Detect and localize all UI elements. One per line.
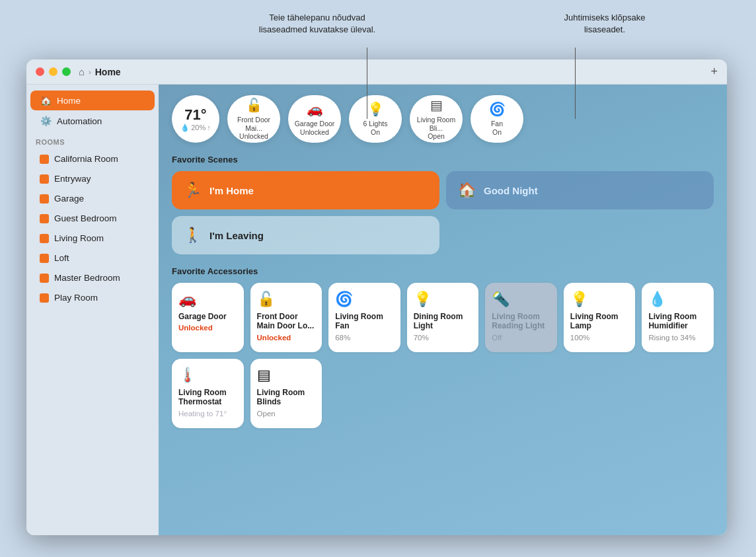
room-color-icon [40, 234, 49, 243]
maximize-button[interactable] [62, 67, 71, 76]
room-color-icon [40, 274, 49, 283]
lr-lamp-name: Living Room Lamp [570, 312, 629, 331]
annotation-2: Juhtimiseks klõpsakelisaseadet. [529, 12, 681, 36]
garage-door-status: Unlocked [178, 324, 237, 332]
acc-front-door[interactable]: 🔓 Front Door Main Door Lo... Unlocked [250, 283, 322, 352]
sidebar-item-garage[interactable]: Garage [30, 189, 155, 208]
lights-status-tile[interactable]: 💡 6 LightsOn [349, 95, 402, 143]
acc-dining-light[interactable]: 💡 Dining Room Light 70% [407, 283, 479, 352]
lr-reading-status: Off [492, 334, 550, 342]
temp-humidity-tile[interactable]: 71° 💧 20% ↑ [172, 95, 219, 143]
accessories-row-1: 🚗 Garage Door Unlocked 🔓 Front Door Main… [172, 283, 714, 352]
sidebar: 🏠 Home ⚙️ Automation Rooms California Ro… [26, 85, 159, 535]
sidebar-item-masterbedroom[interactable]: Master Bedroom [30, 268, 155, 287]
temperature-value: 71° [184, 106, 206, 124]
scene-im-home[interactable]: 🏃 I'm Home [172, 171, 439, 209]
sidebar-item-home[interactable]: 🏠 Home [30, 91, 155, 110]
frontdoor-lock-icon: 🔓 [246, 97, 262, 113]
sidebar-item-automation-label: Automation [57, 116, 102, 126]
sidebar-room-masterbedroom-label: Master Bedroom [54, 273, 120, 283]
front-door-status: Unlocked [257, 334, 316, 342]
fan-status-tile[interactable]: 🌀 FanOn [471, 95, 523, 143]
blinds-icon: ▤ [430, 97, 443, 113]
dining-light-status: 70% [414, 334, 472, 342]
dining-light-name: Dining Room Light [414, 312, 472, 331]
garagedoor-status-label: Garage DoorUnlocked [295, 120, 335, 136]
dining-light-icon: 💡 [414, 291, 472, 308]
close-button[interactable] [36, 67, 44, 76]
lr-lamp-icon: 💡 [570, 291, 629, 308]
favorite-scenes-label: Favorite Scenes [172, 155, 714, 165]
garage-door-name: Garage Door [178, 312, 237, 321]
home-nav-icon[interactable]: ⌂ [79, 66, 85, 77]
title-bar-nav: ⌂ › Home [79, 66, 710, 77]
acc-empty-1 [328, 359, 400, 428]
fan-status-label: FanOn [491, 120, 503, 136]
im-leaving-icon: 🚶 [184, 227, 202, 244]
lr-blinds-status: Open [257, 410, 316, 418]
scene-im-leaving[interactable]: 🚶 I'm Leaving [172, 216, 439, 254]
humidity-value: 💧 20% ↑ [180, 124, 211, 132]
frontdoor-status-label: Front Door Mai...Unlocked [231, 116, 276, 141]
im-home-icon: 🏃 [184, 182, 202, 199]
blinds-status-tile[interactable]: ▤ Living Room Bli...Open [410, 95, 463, 143]
lights-status-label: 6 LightsOn [363, 120, 388, 136]
minimize-button[interactable] [49, 67, 57, 76]
scene-good-night[interactable]: 🏠 Good Night [446, 171, 714, 209]
living-fan-status: 68% [335, 334, 394, 342]
lr-humidifier-status: Rising to 34% [648, 334, 707, 342]
living-fan-name: Living Room Fan [335, 312, 394, 331]
sidebar-item-livingroom[interactable]: Living Room [30, 229, 155, 248]
frontdoor-status-tile[interactable]: 🔓 Front Door Mai...Unlocked [227, 95, 280, 143]
breadcrumb-chevron-icon: › [89, 68, 91, 76]
accessories-row-2: 🌡️ Living Room Thermostat Heating to 71°… [172, 359, 714, 428]
lr-blinds-name: Living Room Blinds [257, 388, 316, 407]
im-leaving-label: I'm Leaving [209, 230, 264, 241]
mac-window: ⌂ › Home + 🏠 Home ⚙️ Automation Rooms Ca… [26, 59, 727, 535]
lr-reading-icon: 🔦 [492, 291, 550, 308]
garagedoor-icon: 🚗 [307, 101, 323, 117]
acc-living-fan[interactable]: 🌀 Living Room Fan 68% [328, 283, 400, 352]
sidebar-item-playroom[interactable]: Play Room [30, 288, 155, 307]
acc-lr-reading[interactable]: 🔦 Living Room Reading Light Off [485, 283, 557, 352]
sidebar-room-california-label: California Room [54, 154, 118, 164]
lr-humidifier-icon: 💧 [648, 291, 707, 308]
acc-lr-blinds[interactable]: ▤ Living Room Blinds Open [250, 359, 322, 428]
acc-lr-humidifier[interactable]: 💧 Living Room Humidifier Rising to 34% [642, 283, 714, 352]
sidebar-room-garage-label: Garage [54, 194, 84, 204]
room-color-icon [40, 155, 49, 164]
sidebar-room-loft-label: Loft [54, 253, 69, 263]
garagedoor-status-tile[interactable]: 🚗 Garage DoorUnlocked [288, 95, 341, 143]
lr-lamp-status: 100% [570, 334, 629, 342]
garage-door-icon: 🚗 [178, 291, 237, 308]
sidebar-item-automation[interactable]: ⚙️ Automation [30, 111, 155, 131]
room-color-icon [40, 293, 49, 303]
living-fan-icon: 🌀 [335, 291, 394, 308]
acc-garage-door[interactable]: 🚗 Garage Door Unlocked [172, 283, 244, 352]
add-button[interactable]: + [710, 65, 718, 79]
rooms-section-label: Rooms [26, 131, 159, 149]
room-color-icon [40, 174, 49, 184]
lr-blinds-icon: ▤ [257, 367, 316, 384]
im-home-label: I'm Home [209, 185, 254, 196]
lr-reading-name: Living Room Reading Light [492, 312, 550, 331]
sidebar-item-california[interactable]: California Room [30, 149, 155, 168]
sidebar-item-guestbedroom[interactable]: Guest Bedroom [30, 209, 155, 228]
lr-thermostat-icon: 🌡️ [178, 367, 237, 384]
acc-lr-lamp[interactable]: 💡 Living Room Lamp 100% [564, 283, 636, 352]
acc-empty-5 [642, 359, 714, 428]
acc-lr-thermostat[interactable]: 🌡️ Living Room Thermostat Heating to 71° [172, 359, 244, 428]
title-bar: ⌂ › Home + [26, 59, 727, 85]
page-title: Home [95, 67, 121, 77]
main-content: 🏠 Home ⚙️ Automation Rooms California Ro… [26, 85, 727, 535]
status-row: 71° 💧 20% ↑ 🔓 Front Door Mai...Unlocked … [172, 95, 714, 143]
favorite-accessories-label: Favorite Accessories [172, 266, 714, 276]
fan-icon: 🌀 [489, 101, 506, 117]
scenes-row-2: 🚶 I'm Leaving [172, 216, 714, 254]
sidebar-item-loft[interactable]: Loft [30, 248, 155, 268]
home-icon: 🏠 [40, 95, 52, 106]
sidebar-room-livingroom-label: Living Room [54, 233, 104, 243]
lights-icon: 💡 [367, 101, 384, 117]
sidebar-item-entryway[interactable]: Entryway [30, 169, 155, 188]
front-door-icon: 🔓 [257, 291, 316, 308]
